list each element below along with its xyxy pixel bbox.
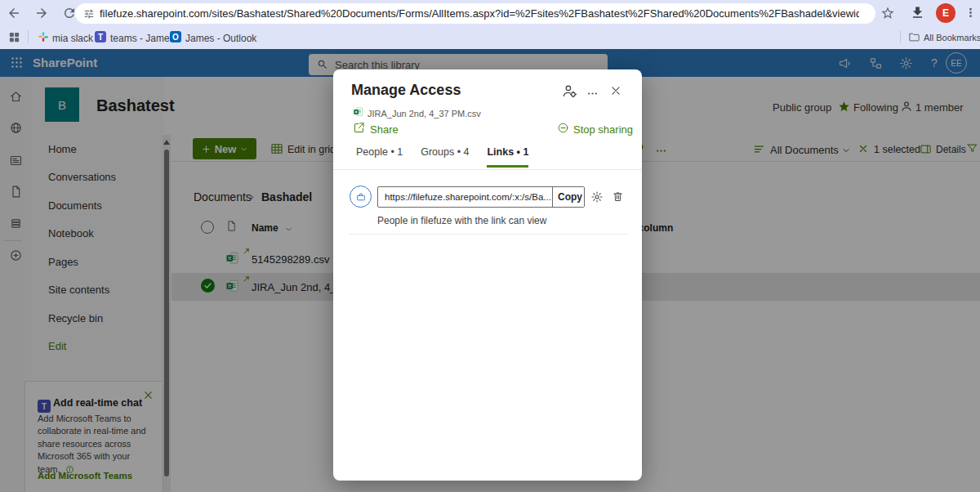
dialog-file-name: JIRA_Jun 2nd, 4_37 PM.csv — [368, 109, 481, 119]
stop-sharing-button[interactable]: Stop sharing — [573, 123, 633, 136]
teams-icon — [95, 31, 106, 42]
access-tabs: People • 1 Groups • 4 Links • 1 — [356, 146, 528, 168]
delete-link-trash-icon[interactable] — [612, 190, 624, 203]
excel-file-icon — [353, 106, 364, 118]
dialog-title: Manage Access — [351, 82, 461, 99]
share-link-url-input[interactable]: https://filefuze.sharepoint.com/:x:/s/Ba… — [378, 187, 552, 207]
browser-menu-kebab-icon[interactable] — [964, 6, 978, 20]
link-permission-caption: People in filefuze with the link can vie… — [377, 215, 546, 226]
bookmark-teams-james[interactable]: teams - James — [110, 33, 175, 44]
tab-links[interactable]: Links • 1 — [487, 146, 528, 168]
tab-people[interactable]: People • 1 — [356, 146, 403, 168]
bookmark-star-icon[interactable] — [880, 6, 895, 20]
share-icon — [353, 122, 365, 134]
site-settings-tune-icon[interactable] — [83, 8, 95, 20]
url-text: filefuze.sharepoint.com/sites/Bashatest/… — [100, 7, 859, 20]
bookmark-mia-slack[interactable]: mia slack — [52, 33, 93, 44]
divider — [900, 30, 901, 43]
copy-link-button[interactable]: Copy — [552, 187, 584, 207]
tab-groups[interactable]: Groups • 4 — [421, 146, 469, 168]
link-settings-gear-icon[interactable] — [590, 190, 604, 204]
section-divider — [350, 234, 629, 235]
manage-access-dialog: Manage Access JIRA_Jun 2nd, 4_37 PM.csv … — [333, 69, 642, 481]
share-link-group: https://filefuze.sharepoint.com/:x:/s/Ba… — [377, 186, 585, 208]
browser-chrome: filefuze.sharepoint.com/sites/Bashatest/… — [0, 0, 980, 49]
bookmark-james-outlook[interactable]: James - Outlook — [185, 33, 256, 44]
stop-sharing-minus-circle-icon — [557, 122, 569, 134]
organization-link-icon — [350, 186, 372, 208]
browser-profile-avatar[interactable]: E — [936, 3, 956, 23]
tabs-divider — [333, 169, 642, 170]
all-bookmarks-button[interactable]: All Bookmarks — [924, 33, 980, 42]
dialog-close-icon[interactable] — [610, 85, 621, 96]
slack-icon — [38, 31, 49, 42]
address-bar[interactable]: filefuze.sharepoint.com/sites/Bashatest/… — [75, 3, 875, 24]
divider — [28, 30, 29, 43]
dialog-more-ellipsis-icon[interactable] — [586, 87, 599, 100]
back-icon[interactable] — [7, 6, 21, 20]
tab-groups-grid-icon[interactable] — [8, 31, 20, 43]
share-button[interactable]: Share — [370, 123, 399, 136]
folder-icon — [908, 31, 920, 43]
screen: filefuze.sharepoint.com/sites/Bashatest/… — [0, 0, 980, 492]
download-icon[interactable] — [910, 5, 925, 20]
grant-access-person-gear-icon[interactable] — [562, 83, 577, 99]
outlook-icon — [170, 31, 181, 42]
forward-icon[interactable] — [34, 6, 49, 20]
